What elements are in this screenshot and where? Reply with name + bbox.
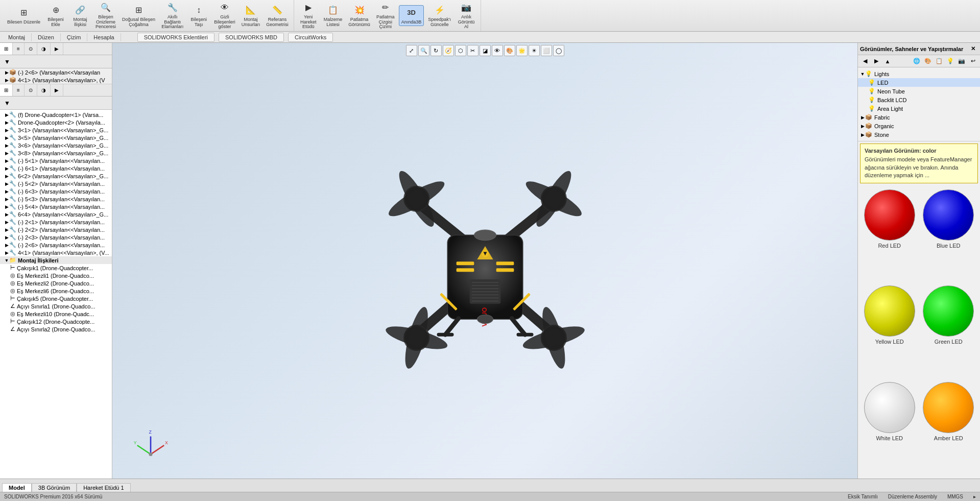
tree-fabric[interactable]: ▶ 📦 Fabric [858, 113, 980, 122]
tree-6-4[interactable]: ▶ 🔧 6<4> (Varsayılan<<Varsayılan>_G... [0, 210, 112, 218]
yeni-hareket-button[interactable]: ▶ YeniHareketEtüdü [297, 1, 320, 31]
status-expand-btn[interactable]: ▸ [973, 494, 976, 499]
realview-btn[interactable]: 🌟 [516, 45, 528, 56]
malzeme-listesi-button[interactable]: 📋 MalzemeListesi [322, 3, 345, 29]
tree-cakisik1[interactable]: ⊢ Çakışık1 (Drone-Quadcopter... [0, 264, 112, 272]
left-tab-features[interactable]: ⊞ [0, 43, 13, 55]
tree-3-8[interactable]: ▶ 🔧 3<8> (Varsayılan<<Varsayılan>_G... [0, 149, 112, 157]
rotate-btn[interactable]: ↻ [431, 45, 442, 56]
tab-solidworks-mbd[interactable]: SOLIDWORKS MBD [219, 33, 284, 42]
up-btn[interactable]: ▲ [882, 56, 893, 66]
close-right-panel-btn[interactable]: ✕ [968, 44, 978, 54]
tree-cakisik12[interactable]: ⊢ Çakışık12 (Drone-Quadcopte... [0, 318, 112, 325]
left-tab2-display[interactable]: ◑ [37, 84, 51, 96]
montaj-unsurlari-button[interactable]: 📐 MontajUnsurları [240, 3, 262, 29]
camera-btn[interactable]: 📷 [957, 56, 967, 66]
patlama-gorunumu-button[interactable]: 💥 PatlatmaGörünümü [346, 3, 372, 29]
led-item-amber[interactable]: Amber LED [921, 382, 976, 474]
dogusal-bilesen-button[interactable]: ⊞ Doğusal BileşenÇoğaltma [120, 3, 157, 29]
appearance-btn[interactable]: 🎨 [923, 56, 933, 66]
view-scene-btn[interactable]: 🌐 [912, 56, 922, 66]
tree-2-3[interactable]: ▶ 🔧 (-) 2<3> (Varsayılan<<Varsayılan... [0, 233, 112, 241]
bilesen-tasima-button[interactable]: ↕ BileşeniTaşı [187, 3, 210, 29]
tree-aciyi-sinirla2[interactable]: ∠ Açıyı Sınırla2 (Drone-Quadco... [0, 325, 112, 333]
tree-es-merkezli10[interactable]: ◎ Eş Merkezli10 (Drone-Quadc... [0, 310, 112, 318]
filter-icon-btn-2[interactable]: ▼ [2, 98, 12, 108]
tab-solidworks-eklentileri[interactable]: SOLIDWORKS Eklentileri [137, 33, 214, 42]
tree-area-light[interactable]: 💡 Area Light [858, 104, 980, 113]
left-tab2-config[interactable]: ⊙ [25, 84, 37, 96]
hide-show-btn[interactable]: 👁 [492, 45, 503, 56]
tree-3-5[interactable]: ▶ 🔧 3<5> (Varsayılan<<Varsayılan>_G... [0, 134, 112, 141]
tree-5-2[interactable]: ▶ 🔧 (-) 5<2> (Varsayılan<<Varsayılan... [0, 180, 112, 187]
tree-stone[interactable]: ▶ 📦 Stone [858, 130, 980, 139]
left-tab2-properties[interactable]: ≡ [13, 84, 25, 96]
left-tab-config[interactable]: ⊙ [25, 43, 37, 55]
tree-6-3[interactable]: ▶ 🔧 (-) 6<3> (Varsayılan<<Varsayılan... [0, 187, 112, 195]
tree-led[interactable]: 💡 LED [858, 78, 980, 87]
tree-6-1[interactable]: ▶ 🔧 (-) 6<1> (Varsayılan<<Varsayılan... [0, 164, 112, 172]
tree-lights[interactable]: ▼ 💡 Lights [858, 69, 980, 78]
tree-es-merkezli1[interactable]: ◎ Eş Merkezli1 (Drone-Quadco... [0, 272, 112, 279]
tab-model[interactable]: Model [2, 483, 32, 492]
tree-2-6[interactable]: ▶ 🔧 (-) 2<6> (Varsayılan<<Varsayılan... [0, 241, 112, 249]
aninda3d-button[interactable]: 3D Anında3B [399, 5, 424, 27]
tree-drone-2[interactable]: ▶ 🔧 Drone-Quadcopter<2> (Varsayıla... [0, 118, 112, 126]
tree-5-4[interactable]: ▶ 🔧 (-) 5<4> (Varsayılan<<Varsayılan... [0, 203, 112, 210]
section-btn[interactable]: ✂ [467, 45, 479, 56]
led-item-white[interactable]: White LED [862, 382, 917, 474]
tree-organic[interactable]: ▶ 📦 Organic [858, 122, 980, 130]
montaj-iliskisi-button[interactable]: 🔗 Montajİlişkisi [69, 3, 91, 29]
tree-es-merkezli2[interactable]: ◎ Eş Merkezli2 (Drone-Quadco... [0, 279, 112, 287]
tab-circuitworks[interactable]: CircuitWorks [288, 33, 333, 42]
floor-btn[interactable]: ⬜ [541, 45, 552, 56]
tree-6-2[interactable]: ▶ 🔧 6<2> (Varsayılan<<Varsayılan>_G... [0, 172, 112, 180]
bilesen-onizleme-button[interactable]: 🔍 BileşenOnizlemePenceresi [93, 1, 118, 31]
tab-duzen[interactable]: Düzen [32, 33, 61, 41]
tree-2-2[interactable]: ▶ 🔧 (-) 2<2> (Varsayılan<<Varsayılan... [0, 226, 112, 233]
appearance-btn[interactable]: 🎨 [504, 45, 515, 56]
tab-hesapla[interactable]: Hesapla [87, 33, 121, 41]
tree-aciyi-sinirla1[interactable]: ∠ Açıyı Sınırla1 (Drone-Quadco... [0, 302, 112, 310]
tree-drone-1[interactable]: ▶ 🔧 (f) Drone-Quadcopter<1> (Varsa... [0, 111, 112, 118]
tree-3-1[interactable]: ▶ 🔧 3<1> (Varsayılan<<Varsayılan>_G... [0, 126, 112, 134]
feature-tree[interactable]: ▶ 🔧 (f) Drone-Quadcopter<1> (Varsa... ▶ … [0, 110, 112, 479]
tree-2-1[interactable]: ▶ 🔧 (-) 2<1> (Varsayılan<<Varsayılan... [0, 218, 112, 226]
bilesen-duzenle-button[interactable]: ⊞ Bilesen Düzenle [5, 6, 42, 26]
led-item-green[interactable]: Green LED [921, 285, 976, 378]
light-btn[interactable]: 💡 [945, 56, 955, 66]
left-tab-properties[interactable]: ≡ [13, 43, 25, 55]
view-orient-btn[interactable]: 🧭 [443, 45, 454, 56]
tree-montaj-iliskileri[interactable]: ▼ 📁 Montaj İlişkileri [0, 256, 112, 264]
filter-icon-btn[interactable]: ▼ [2, 57, 12, 67]
tree-3-6[interactable]: ▶ 🔧 3<6> (Varsayılan<<Varsayılan>_G... [0, 141, 112, 149]
tab-3b-gorunum[interactable]: 3B Görünüm [32, 483, 77, 492]
shadows-btn[interactable]: ☀ [529, 45, 540, 56]
zoom-fit-btn[interactable]: ⤢ [406, 45, 417, 56]
ambient-btn[interactable]: ◯ [553, 45, 564, 56]
tree-es-merkezli6[interactable]: ◎ Eş Merkezli6 (Drone-Quadco... [0, 287, 112, 295]
back-btn[interactable]: ◀ [860, 56, 870, 66]
bilesen-ekle-button[interactable]: ⊕ BileşeniEkle [44, 3, 67, 29]
tab-montaj[interactable]: Montaj [2, 33, 32, 41]
3d-viewport[interactable]: ⤢ 🔍 ↻ 🧭 ⬡ ✂ ◪ 👁 🎨 🌟 ☀ ⬜ ◯ [112, 43, 857, 479]
tree-5-1[interactable]: ▶ 🔧 (-) 5<1> (Varsayılan<<Varsayılan... [0, 157, 112, 164]
search-btn[interactable]: 🔍 [418, 45, 429, 56]
referans-geometrisi-button[interactable]: 📏 ReferansGeometrisi [264, 3, 291, 29]
left-tab-display[interactable]: ◑ [37, 43, 51, 55]
akilli-baglanti-button[interactable]: 🔧 AkıllıBağlantıElamanları [159, 1, 185, 31]
tree-backlit-lcd[interactable]: 💡 Backlit LCD [858, 96, 980, 104]
left-tab2-extra[interactable]: ▶ [51, 84, 63, 96]
tab-hareket-etudu[interactable]: Hareket Etüdü 1 [77, 483, 131, 492]
led-item-red[interactable]: Red LED [862, 189, 917, 282]
patlatma-cizgisi-button[interactable]: ✏ PatlatmaÇizgisiÇizimi [374, 1, 397, 31]
view-cube-btn[interactable]: ⬡ [455, 45, 466, 56]
tree-4-1[interactable]: ▶ 🔧 4<1> (Varsayılan<<Varsayılan>, (V... [0, 249, 112, 256]
speedpak-button[interactable]: ⚡ Speedpak'ıGüncelle [426, 3, 453, 29]
tree-5-3[interactable]: ▶ 🔧 (-) 5<3> (Varsayılan<<Varsayılan... [0, 195, 112, 203]
tree-neon-tube[interactable]: 💡 Neon Tube [858, 87, 980, 96]
tab-cizim[interactable]: Çizim [61, 33, 88, 41]
left-tab-extra[interactable]: ▶ [51, 43, 63, 55]
drag-drop-btn[interactable]: ↩ [968, 56, 978, 66]
forward-btn[interactable]: ▶ [871, 56, 881, 66]
